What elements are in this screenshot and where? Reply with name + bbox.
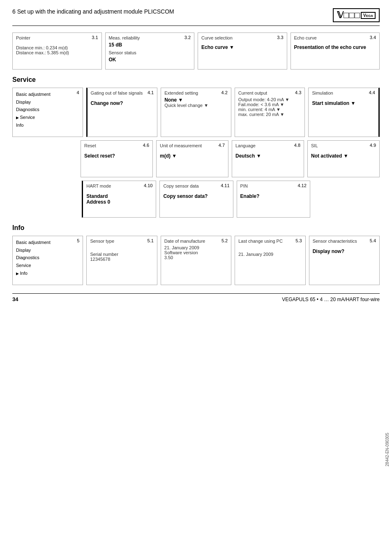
- card-label-date: Date of manufacture: [164, 239, 228, 244]
- card-number-49: 4.9: [370, 143, 376, 148]
- card-extended: 4.2 Extended setting None ▼ Quick level …: [161, 88, 231, 137]
- card-date-manufacture: 5.2 Date of manufacture 21. January 2009…: [161, 236, 231, 285]
- gating-value: Change now?: [91, 100, 154, 106]
- page-container: 6 Set up with the indicating and adjustm…: [0, 0, 392, 557]
- info-row: 5 Basic adjustment Display Diagnostics S…: [12, 236, 380, 285]
- service-menu-card: 4 Basic adjustment Display Diagnostics S…: [12, 88, 83, 137]
- card-number-41: 4.1: [148, 90, 154, 95]
- service-row3: 4.10 HART mode Standard Address 0 4.11 C…: [12, 181, 380, 218]
- info-menu-diagnostics[interactable]: Diagnostics: [16, 254, 79, 262]
- menu-item-service[interactable]: Service: [16, 114, 79, 121]
- section1-cards: 3.1 Pointer Distance min.: 0.234 m(d) Di…: [12, 32, 380, 70]
- service-title: Service: [12, 76, 380, 84]
- info-menu-display[interactable]: Display: [16, 246, 79, 254]
- card-copy: 4.11 Copy sensor data Copy sensor data?: [159, 181, 233, 218]
- card-label-hart: HART mode: [86, 183, 152, 188]
- page-header: 6 Set up with the indicating and adjustm…: [12, 8, 380, 26]
- logo: 𝕍□□□ VEGA: [333, 8, 380, 22]
- service-menu-number: 4: [76, 90, 79, 95]
- meas-value: 15 dB: [109, 42, 191, 48]
- footer-product: VEGAPULS 65 • 4 … 20 mA/HART four-wire: [282, 297, 380, 302]
- card-pointer: 3.1 Pointer Distance min.: 0.234 m(d) Di…: [12, 32, 102, 70]
- footer-page: 34: [12, 296, 18, 302]
- info-menu-card: 5 Basic adjustment Display Diagnostics S…: [12, 236, 83, 285]
- info-menu-number: 5: [77, 238, 79, 243]
- logo-text: 𝕍□□□: [337, 10, 360, 21]
- card-number-44: 4.4: [369, 90, 375, 95]
- card-number-47: 4.7: [219, 143, 225, 148]
- card-label-copy: Copy sensor data: [163, 183, 229, 188]
- card-number-410: 4.10: [144, 183, 152, 188]
- vertical-text: 28442-EN-090305: [385, 433, 390, 466]
- echo-value: Presentation of the echo curve: [294, 44, 376, 50]
- card-number-53: 5.3: [295, 238, 302, 243]
- card-number-34: 3.4: [370, 35, 376, 40]
- menu-item-diagnostics[interactable]: Diagnostics: [16, 106, 79, 114]
- card-language: 4.8 Language Deutsch ▼: [232, 140, 304, 177]
- card-label-unit: Unit of measurement: [160, 143, 225, 148]
- service-row-menu: 4 Basic adjustment Display Diagnostics S…: [12, 88, 380, 137]
- card-label-curve: Curve selection: [201, 35, 284, 40]
- card-number-51: 5.1: [148, 238, 154, 243]
- card-reset: 4.6 Reset Select reset?: [81, 140, 153, 177]
- card-current-output: 4.3 Current output Output mode: 4-20 mA …: [235, 88, 305, 137]
- card-simulation: 4.4 Simulation Start simulation ▼: [308, 88, 380, 137]
- service-menu-list: Basic adjustment Display Diagnostics Ser…: [16, 91, 79, 129]
- output-mode: Output mode: 4-20 mA ▼: [238, 97, 302, 102]
- card-label-meas: Meas. reliability: [109, 35, 191, 40]
- pin-value: Enable?: [240, 193, 307, 199]
- curve-value: Echo curve ▼: [201, 44, 284, 50]
- sensor-status-label: Sensor status: [109, 50, 191, 55]
- card-sil: 4.9 SIL Not activated ▼: [307, 140, 380, 177]
- card-label-simulation: Simulation: [312, 91, 375, 95]
- max-current: max. current: 20 mA ▼: [238, 112, 302, 117]
- menu-item-info[interactable]: Info: [16, 121, 79, 129]
- menu-item-basic[interactable]: Basic adjustment: [16, 91, 79, 98]
- date-value: 21. January 2009: [164, 245, 228, 250]
- card-number-412: 4.12: [297, 183, 306, 188]
- sil-value: Not activated ▼: [311, 153, 376, 159]
- extended-value: None ▼: [164, 97, 228, 103]
- card-label-current: Current output: [238, 91, 302, 95]
- card-last-change: 5.3 Last change using PC 21. January 200…: [235, 236, 305, 285]
- card-label-sensor-char: Sensor characteristics: [313, 239, 376, 244]
- min-current: min. current: 4 mA ▼: [238, 107, 302, 112]
- card-label-extended: Extended setting: [164, 91, 228, 95]
- page-footer: 34 VEGAPULS 65 • 4 … 20 mA/HART four-wir…: [12, 293, 380, 302]
- language-value: Deutsch ▼: [235, 153, 300, 159]
- info-menu-info[interactable]: Info: [16, 269, 79, 277]
- software-label: Software version: [164, 250, 228, 255]
- card-number-48: 4.8: [294, 143, 300, 148]
- card-number-411: 4.11: [221, 183, 229, 188]
- distance-max: Distance max.: 5.385 m(d): [16, 50, 98, 55]
- software-value: 3.50: [164, 255, 228, 260]
- simulation-value: Start simulation ▼: [312, 100, 375, 106]
- spacer2: [12, 181, 78, 218]
- card-number-31: 3.1: [92, 35, 98, 40]
- card-number-33: 3.3: [277, 35, 283, 40]
- card-label-reset: Reset: [84, 143, 149, 148]
- card-label-sil: SIL: [311, 143, 376, 148]
- fail-mode: Fail.mode: < 3.6 mA ▼: [238, 102, 302, 107]
- sensor-status-value: OK: [109, 57, 191, 63]
- menu-item-display[interactable]: Display: [16, 98, 79, 106]
- hart-value2: Address 0: [86, 199, 152, 205]
- info-menu-service[interactable]: Service: [16, 262, 79, 269]
- last-change-value: 21. January 2009: [238, 252, 302, 257]
- card-hart: 4.10 HART mode Standard Address 0: [82, 181, 156, 218]
- info-title: Info: [12, 224, 380, 232]
- card-pin: 4.12 PIN Enable?: [237, 181, 310, 218]
- card-number-46: 4.6: [143, 143, 149, 148]
- card-label-gating: Gating out of false signals: [91, 91, 154, 95]
- info-menu-basic[interactable]: Basic adjustment: [16, 239, 79, 246]
- logo-box: VEGA: [361, 12, 376, 19]
- card-label-sensor-type: Sensor type: [90, 239, 153, 244]
- card-number-54: 5.4: [370, 238, 376, 243]
- header-title: 6 Set up with the indicating and adjustm…: [12, 8, 174, 15]
- card-number-32: 3.2: [184, 35, 191, 40]
- spacer1: [12, 140, 77, 177]
- service-row2: 4.6 Reset Select reset? 4.7 Unit of meas…: [12, 140, 380, 177]
- sensor-char-value: Display now?: [313, 248, 376, 254]
- reset-value: Select reset?: [84, 153, 149, 159]
- card-unit: 4.7 Unit of measurement m(d) ▼: [156, 140, 228, 177]
